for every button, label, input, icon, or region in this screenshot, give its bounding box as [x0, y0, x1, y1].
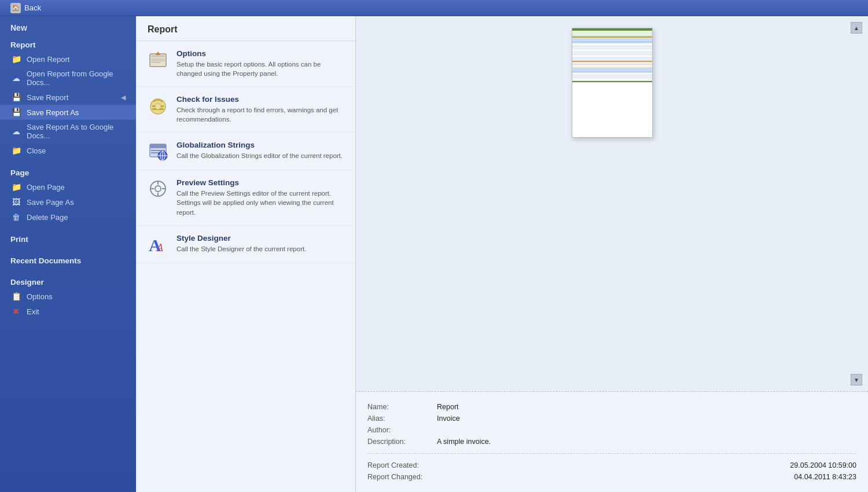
back-button[interactable]: 🏠 Back: [6, 2, 46, 14]
sidebar-item-exit[interactable]: ✖ Exit: [0, 304, 136, 319]
svg-point-19: [155, 186, 161, 192]
options-title: Options: [176, 49, 344, 58]
sidebar-item-label: Close: [27, 146, 46, 155]
check-issues-title: Check for Issues: [176, 95, 344, 104]
alias-value: Invoice: [437, 414, 460, 423]
info-row-name: Name: Report: [367, 401, 856, 413]
sidebar: New Report 📁 Open Report ☁ Open Report f…: [0, 16, 136, 492]
options-icon: 📋: [10, 292, 22, 301]
globalization-text: Globalization Strings Call the Globaliza…: [176, 141, 344, 160]
document-thumbnail: [572, 28, 653, 138]
saveas-icon: 💾: [10, 108, 22, 117]
info-section: Name: Report Alias: Invoice Author: Desc…: [356, 391, 868, 492]
changed-label: Report Changed:: [367, 473, 448, 481]
preview-content: ▲ ▼: [356, 16, 868, 391]
style-designer-title: Style Designer: [176, 234, 344, 243]
options-menu-icon: [148, 49, 168, 70]
author-label: Author:: [367, 426, 431, 434]
name-value: Report: [437, 403, 459, 411]
sidebar-item-save-report-google[interactable]: ☁ Save Report As to Google Docs...: [0, 120, 136, 143]
sidebar-item-label: Save Report As: [27, 108, 79, 117]
svg-point-9: [155, 104, 161, 109]
preview-settings-text: Preview Settings Call the Preview Settin…: [176, 178, 344, 216]
back-label: Back: [24, 3, 41, 12]
alias-label: Alias:: [367, 414, 431, 423]
sidebar-item-label: Save Report: [27, 93, 68, 102]
sidebar-item-open-report-google[interactable]: ☁ Open Report from Google Docs...: [0, 67, 136, 90]
sidebar-item-save-page-as[interactable]: 🖼 Save Page As: [0, 194, 136, 210]
sidebar-item-recent-header: Recent Documents: [0, 252, 136, 267]
svg-rect-1: [151, 55, 165, 57]
save-page-icon: 🖼: [10, 197, 22, 207]
svg-text:A: A: [156, 242, 164, 254]
new-section-label: New: [0, 16, 136, 36]
cloud-save-icon: ☁: [10, 127, 22, 136]
style-designer-desc: Call the Style Designer of the current r…: [176, 244, 344, 254]
menu-item-check-issues[interactable]: Check for Issues Check through a report …: [136, 87, 355, 133]
info-row-created: Report Created: 29.05.2004 10:59:00: [367, 460, 856, 471]
sidebar-item-label: Open Page: [27, 183, 65, 192]
right-panel: Report Options Setup the basic report: [136, 16, 868, 492]
folder-icon: 📁: [10, 54, 22, 64]
check-issues-icon: [148, 95, 168, 116]
delete-page-icon: 🗑: [10, 212, 22, 222]
preview-settings-title: Preview Settings: [176, 178, 344, 187]
preview-settings-desc: Call the Preview Settings editor of the …: [176, 189, 344, 216]
menu-item-style-designer[interactable]: A A Style Designer Call the Style Design…: [136, 226, 355, 263]
scroll-up-button[interactable]: ▲: [851, 22, 862, 34]
sidebar-item-report-header: Report: [0, 36, 136, 52]
report-panel-title: Report: [136, 16, 355, 41]
top-bar: 🏠 Back: [0, 0, 868, 16]
name-label: Name:: [367, 403, 431, 411]
globalization-desc: Call the Globalization Strings editor of…: [176, 151, 344, 160]
style-designer-icon: A A: [148, 234, 168, 255]
scroll-down-button[interactable]: ▼: [851, 374, 862, 385]
sidebar-item-options[interactable]: 📋 Options: [0, 289, 136, 304]
description-label: Description:: [367, 438, 431, 446]
back-icon: 🏠: [10, 3, 21, 13]
description-value: A simple invoice.: [437, 438, 491, 446]
main-area: New Report 📁 Open Report ☁ Open Report f…: [0, 16, 868, 492]
sidebar-item-save-report[interactable]: 💾 Save Report ◀: [0, 90, 136, 105]
menu-item-preview-settings[interactable]: Preview Settings Call the Preview Settin…: [136, 170, 355, 225]
created-label: Report Created:: [367, 461, 448, 469]
collapse-arrow: ◀: [121, 94, 126, 101]
options-text: Options Setup the basic report options. …: [176, 49, 344, 78]
save-icon: 💾: [10, 93, 22, 102]
sidebar-item-label: Exit: [27, 307, 39, 316]
exit-icon: ✖: [10, 307, 22, 316]
changed-value: 04.04.2011 8:43:23: [454, 473, 856, 481]
menu-item-globalization[interactable]: Globalization Strings Call the Globaliza…: [136, 133, 355, 170]
cloud-icon: ☁: [10, 74, 22, 83]
info-row-alias: Alias: Invoice: [367, 413, 856, 424]
sidebar-item-label: Save Page As: [27, 198, 74, 207]
preview-panel: ▲ ▼ Name: Report Alias: Invoice Author:: [356, 16, 868, 492]
info-row-changed: Report Changed: 04.04.2011 8:43:23: [367, 471, 856, 483]
open-page-icon: 📁: [10, 182, 22, 192]
report-panel: Report Options Setup the basic report: [136, 16, 356, 492]
sidebar-item-close[interactable]: 📁 Close: [0, 143, 136, 158]
check-issues-text: Check for Issues Check through a report …: [176, 95, 344, 124]
sidebar-item-label: Save Report As to Google Docs...: [27, 123, 126, 140]
close-folder-icon: 📁: [10, 146, 22, 155]
globalization-icon: [148, 141, 168, 161]
globalization-title: Globalization Strings: [176, 141, 344, 149]
sidebar-item-label: Open Report: [27, 55, 69, 64]
created-value: 29.05.2004 10:59:00: [454, 461, 856, 469]
sidebar-item-delete-page[interactable]: 🗑 Delete Page: [0, 210, 136, 225]
style-designer-text: Style Designer Call the Style Designer o…: [176, 234, 344, 254]
sidebar-item-label: Delete Page: [27, 213, 68, 222]
options-desc: Setup the basic report options. All opti…: [176, 60, 344, 78]
info-row-description: Description: A simple invoice.: [367, 436, 856, 447]
info-row-author: Author:: [367, 424, 856, 436]
preview-settings-icon: [148, 178, 168, 199]
sidebar-item-designer-header: Designer: [0, 273, 136, 289]
svg-rect-11: [150, 144, 166, 148]
sidebar-item-save-report-as[interactable]: 💾 Save Report As: [0, 105, 136, 120]
sidebar-item-open-page[interactable]: 📁 Open Page: [0, 179, 136, 194]
sidebar-item-label: Options: [27, 292, 53, 301]
sidebar-item-open-report[interactable]: 📁 Open Report: [0, 52, 136, 67]
menu-item-options[interactable]: Options Setup the basic report options. …: [136, 41, 355, 87]
sidebar-item-page-header: Page: [0, 164, 136, 179]
info-divider: [367, 453, 856, 454]
